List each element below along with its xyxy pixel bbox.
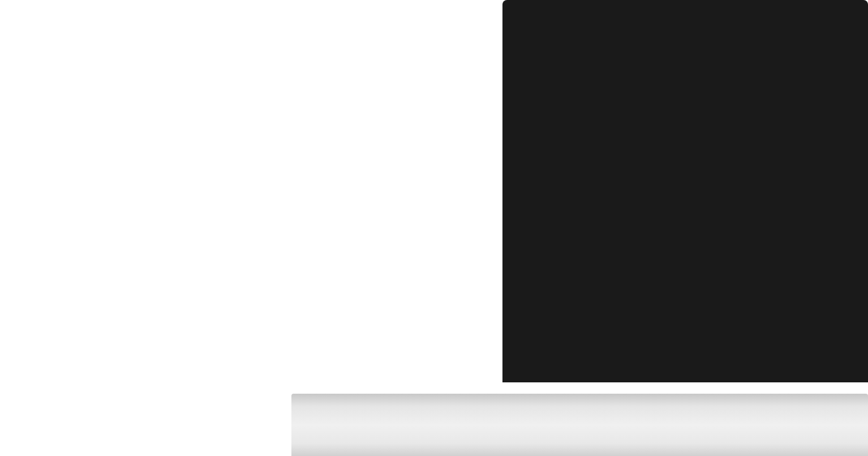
- laptop-screen-bezel: Tasks ✓ Feel blue ✓ Feel red ✓ Fe: [502, 0, 868, 382]
- laptop-chassis: [291, 394, 868, 456]
